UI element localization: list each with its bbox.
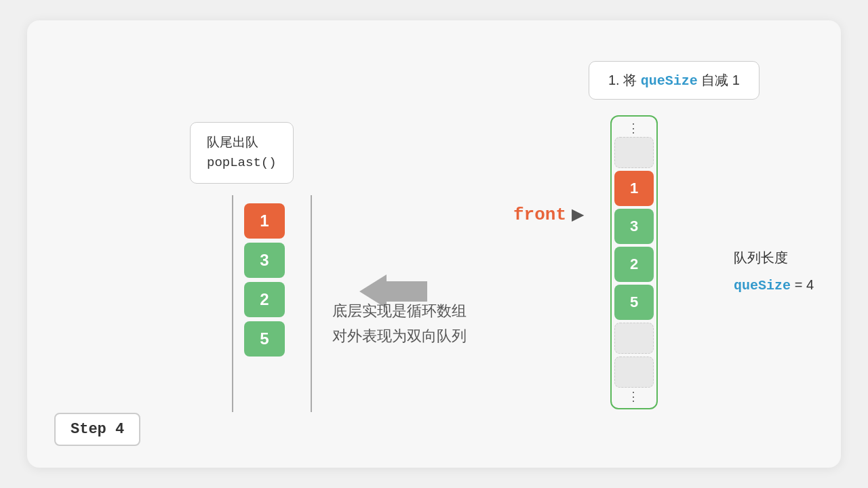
instruction-suffix: 自减 1	[698, 73, 740, 87]
left-list: 1 3 2 5	[244, 203, 285, 357]
pop-last-line2: popLast()	[207, 152, 277, 173]
quesize-var: queSize	[734, 278, 791, 293]
instruction-box: 1. 将 queSize 自减 1	[589, 61, 760, 100]
array-cell-empty-bot	[614, 357, 654, 388]
center-line1: 底层实现是循环数组	[332, 298, 467, 323]
list-item: 1	[244, 203, 285, 239]
front-text: front	[513, 205, 566, 225]
left-list-border-right	[311, 195, 312, 412]
array-cell-empty-mid	[614, 323, 654, 354]
queue-equals: =	[795, 277, 806, 292]
instruction-keyword: queSize	[641, 73, 698, 89]
queue-length-label: 队列长度	[734, 244, 814, 271]
top-dots: ⋮	[627, 122, 641, 134]
front-label-container: front ▶	[513, 205, 583, 225]
center-line2: 对外表现为双向队列	[332, 323, 467, 348]
instruction-prefix: 1. 将	[608, 73, 641, 87]
list-item: 3	[244, 243, 285, 278]
list-item: 2	[244, 282, 285, 317]
main-card: Step 4 1. 将 queSize 自减 1 队尾出队 popLast() …	[27, 20, 841, 468]
array-cell-1: 1	[614, 171, 654, 206]
front-arrow-icon: ▶	[572, 206, 583, 224]
array-cell-3: 3	[614, 209, 654, 244]
center-description: 底层实现是循环数组 对外表现为双向队列	[332, 298, 467, 349]
queue-length-value-line: queSize = 4	[734, 271, 814, 300]
array-cell-5: 5	[614, 285, 654, 320]
right-array: ⋮ 1 3 2 5 ⋮	[610, 115, 658, 409]
queue-value: 4	[806, 277, 814, 292]
pop-last-line1: 队尾出队	[207, 132, 277, 152]
step-badge: Step 4	[54, 413, 140, 446]
queue-info: 队列长度 queSize = 4	[734, 244, 814, 300]
left-list-border-left	[232, 195, 233, 412]
bottom-dots: ⋮	[627, 390, 641, 403]
list-item: 5	[244, 321, 285, 357]
array-cell-empty-top	[614, 137, 654, 168]
pop-last-box: 队尾出队 popLast()	[190, 122, 294, 184]
array-cell-2: 2	[614, 247, 654, 282]
